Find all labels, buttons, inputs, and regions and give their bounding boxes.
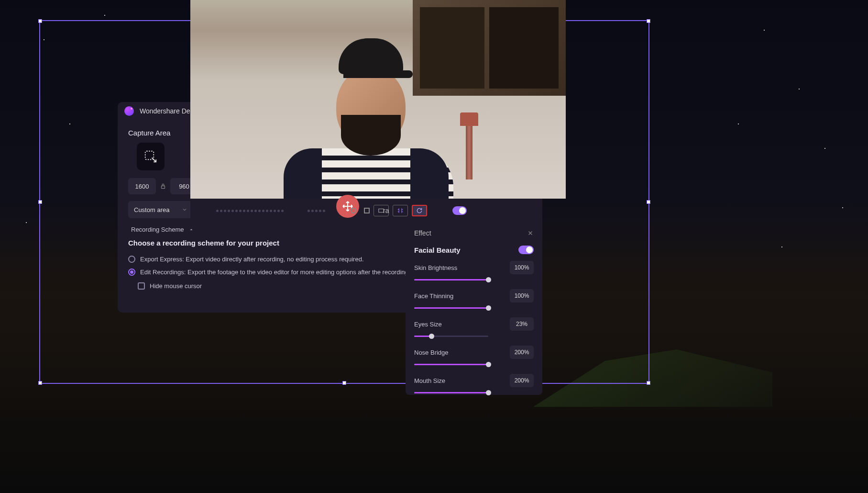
- resize-handle-mr[interactable]: [647, 200, 650, 204]
- slider-group: Face Thinning 100%: [414, 289, 534, 309]
- audio-level-dots: [308, 210, 325, 212]
- webcam-preview[interactable]: [190, 0, 566, 199]
- app-title: Wondershare De: [140, 107, 190, 115]
- resize-handle-ml[interactable]: [38, 200, 42, 204]
- screen-select-icon: [143, 149, 158, 164]
- capture-mode-tile[interactable]: [137, 143, 165, 170]
- checkbox-icon: [138, 282, 145, 290]
- lock-icon[interactable]: [160, 183, 166, 190]
- audio-level-dots: [216, 210, 284, 212]
- mirror-button[interactable]: [393, 205, 408, 216]
- radio-icon: [128, 269, 135, 276]
- slider-thumb[interactable]: [486, 305, 491, 311]
- resize-handle-bm[interactable]: [342, 381, 346, 385]
- mirror-icon: [396, 207, 404, 214]
- slider-group: Skin Brightness 100%: [414, 261, 534, 280]
- svg-rect-1: [162, 186, 165, 188]
- slider-value[interactable]: 200%: [510, 374, 534, 387]
- facial-beauty-label: Facial Beauty: [414, 246, 461, 254]
- person-silhouette: [262, 38, 472, 199]
- slider-thumb[interactable]: [486, 362, 491, 367]
- facial-beauty-toggle[interactable]: [518, 246, 534, 254]
- slider-track[interactable]: [414, 307, 488, 309]
- capture-mode-select[interactable]: Custom area: [128, 201, 193, 218]
- slider-label: Skin Brightness: [414, 264, 457, 271]
- resize-handle-bl[interactable]: [38, 381, 42, 385]
- slider-track[interactable]: [414, 279, 488, 280]
- slider-group: Mouth Size 200%: [414, 374, 534, 393]
- radio-icon: [128, 256, 135, 263]
- slider-label: Nose Bridge: [414, 349, 449, 356]
- slider-thumb[interactable]: [486, 277, 491, 282]
- close-icon[interactable]: [527, 230, 534, 236]
- resize-handle-tr[interactable]: [647, 19, 650, 23]
- scheme-header-label[interactable]: Recording Scheme: [131, 226, 184, 233]
- effect-panel-title: Effect: [414, 229, 431, 237]
- resize-handle-tl[interactable]: [38, 19, 42, 23]
- width-input[interactable]: [128, 178, 156, 194]
- app-logo-icon: [124, 106, 134, 116]
- chevron-down-icon: [182, 207, 187, 213]
- slider-value[interactable]: 100%: [510, 261, 534, 274]
- slider-group: Eyes Size 23%: [414, 317, 534, 337]
- webcam-toolbar: ra: [190, 199, 467, 223]
- resize-handle-br[interactable]: [647, 381, 650, 385]
- slider-track[interactable]: [414, 364, 488, 365]
- slider-track[interactable]: [414, 336, 488, 337]
- slider-label: Mouth Size: [414, 377, 445, 384]
- capture-mode-value: Custom area: [134, 206, 169, 213]
- slider-value[interactable]: 100%: [510, 289, 534, 303]
- slider-value[interactable]: 200%: [510, 346, 534, 359]
- shape-circle-icon[interactable]: [351, 208, 356, 213]
- scheme-option-label: Edit Recordings: Export the footage to t…: [140, 269, 425, 276]
- shape-square-icon[interactable]: [364, 208, 370, 213]
- effect-button[interactable]: [412, 205, 427, 216]
- slider-label: Face Thinning: [414, 292, 453, 300]
- hide-cursor-label: Hide mouse cursor: [150, 282, 202, 290]
- slider-label: Eyes Size: [414, 321, 442, 328]
- slider-value[interactable]: 23%: [510, 317, 534, 331]
- slider-group: Nose Bridge 200%: [414, 346, 534, 365]
- slider-track[interactable]: [414, 392, 488, 393]
- slider-thumb[interactable]: [429, 334, 434, 339]
- chevron-up-icon[interactable]: [189, 227, 194, 232]
- slider-thumb[interactable]: [486, 390, 491, 395]
- scheme-option-label: Export Express: Export video directly af…: [140, 256, 364, 263]
- preview-camera-toggle[interactable]: [452, 206, 467, 215]
- preview-camera-label: ra: [383, 207, 389, 214]
- effect-panel: Effect Facial Beauty Skin Brightness 100…: [406, 223, 542, 395]
- refresh-icon: [416, 207, 423, 214]
